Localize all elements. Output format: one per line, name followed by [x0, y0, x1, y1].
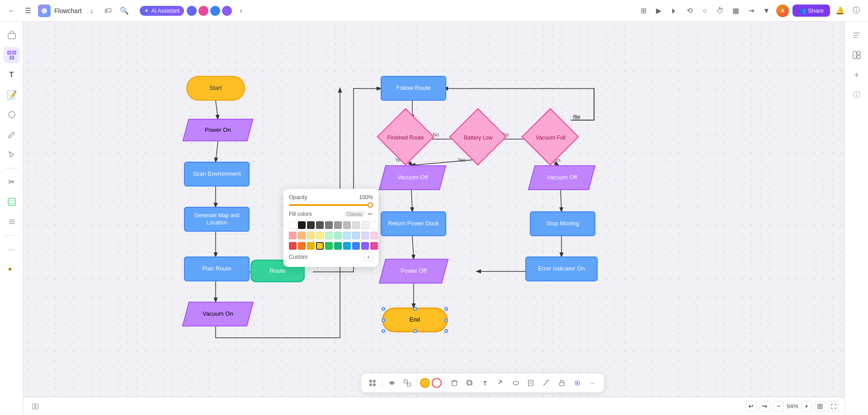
sidebar-diagram-icon[interactable]: [4, 47, 20, 63]
more-icon[interactable]: ▼: [760, 5, 773, 17]
back-button[interactable]: ←: [5, 5, 18, 17]
swatch-light-sky[interactable]: [343, 232, 351, 239]
follow-route-node[interactable]: Follow Route: [381, 76, 446, 101]
timer-icon[interactable]: ⏱: [714, 5, 726, 17]
bt-shape-icon[interactable]: [509, 376, 523, 390]
help-icon[interactable]: ⓘ: [850, 5, 863, 17]
collapse-button[interactable]: ‹: [235, 5, 247, 17]
grid-icon[interactable]: ▦: [729, 5, 742, 17]
animate-icon[interactable]: ⟲: [683, 5, 696, 17]
stop-moving-node[interactable]: Stop Moving: [530, 211, 595, 236]
swatch-lightgray[interactable]: [361, 221, 369, 229]
expand-icon[interactable]: ⊞: [637, 5, 650, 17]
bt-duplicate-icon[interactable]: [463, 376, 476, 390]
vacuum-off-2-node[interactable]: Vacuum Off: [528, 165, 596, 190]
swatch-red[interactable]: [289, 242, 297, 250]
bt-text-icon[interactable]: T: [478, 376, 492, 390]
notification-icon[interactable]: 🔔: [834, 5, 846, 17]
ai-assistant-button[interactable]: ✦ AI Assistant: [140, 6, 184, 16]
swatch-gray3[interactable]: [334, 221, 342, 229]
handle-tm[interactable]: [413, 307, 417, 311]
bottom-pages-icon[interactable]: [29, 400, 42, 413]
swatch-light-pink[interactable]: [370, 232, 378, 239]
right-format-icon[interactable]: [849, 27, 865, 43]
opacity-thumb[interactable]: [368, 202, 373, 208]
swatch-amber[interactable]: [307, 242, 315, 250]
swatch-gray2[interactable]: [325, 221, 333, 229]
undo-button[interactable]: ↩: [746, 401, 757, 412]
bt-link-icon[interactable]: [494, 376, 507, 390]
power-on-node[interactable]: Power On: [182, 119, 253, 141]
sidebar-table-icon[interactable]: [4, 194, 20, 210]
branch-icon[interactable]: ⇥: [745, 5, 757, 17]
sidebar-shape-icon[interactable]: [4, 107, 20, 123]
swatch-darkgray[interactable]: [307, 221, 315, 229]
sidebar-scissors-icon[interactable]: ✂: [4, 174, 20, 190]
bt-red-circle[interactable]: [432, 378, 442, 388]
handle-br[interactable]: [444, 329, 448, 333]
swatch-light-orange[interactable]: [298, 232, 306, 239]
swatch-transparent[interactable]: [289, 221, 297, 229]
bt-flow-icon[interactable]: [540, 376, 553, 390]
sidebar-more-icon[interactable]: ···: [4, 241, 20, 257]
swatch-gray1[interactable]: [316, 221, 324, 229]
play-icon[interactable]: ▶: [652, 5, 665, 17]
swatch-yellow[interactable]: [316, 242, 324, 250]
swatch-light-blue[interactable]: [352, 232, 360, 239]
scan-env-node[interactable]: Scan Envrionment: [184, 162, 250, 187]
bt-group-icon[interactable]: [401, 376, 414, 390]
sidebar-home-icon[interactable]: [4, 27, 20, 43]
right-layout-icon[interactable]: [849, 47, 865, 63]
error-indicator-node[interactable]: Error Indicator On: [525, 256, 598, 281]
handle-tl[interactable]: [382, 307, 385, 311]
sidebar-pen-icon[interactable]: [4, 126, 20, 143]
swatch-green[interactable]: [325, 242, 333, 250]
swatch-gray4[interactable]: [343, 221, 351, 229]
zoom-out-button[interactable]: −: [773, 401, 784, 412]
circle-icon[interactable]: ○: [698, 5, 711, 17]
zoom-in-button[interactable]: +: [801, 401, 812, 412]
return-dock-node[interactable]: Return Power Dock: [381, 211, 446, 236]
download-button[interactable]: ↓: [85, 5, 98, 17]
handle-mr[interactable]: [444, 318, 448, 322]
fullscreen-button[interactable]: [828, 401, 839, 412]
redo-button[interactable]: ↪: [760, 401, 770, 412]
handle-bl[interactable]: [382, 329, 385, 333]
power-off-node[interactable]: Power Off: [379, 259, 449, 284]
swatch-blue[interactable]: [352, 242, 360, 250]
menu-button[interactable]: ☰: [22, 5, 34, 17]
opacity-slider[interactable]: [289, 204, 373, 206]
start-node[interactable]: Start: [186, 76, 245, 101]
swatch-light-red[interactable]: [289, 232, 297, 239]
handle-bm[interactable]: [413, 329, 417, 333]
bt-yellow-circle[interactable]: [420, 378, 430, 388]
handle-ml[interactable]: [382, 318, 385, 322]
end-node[interactable]: End: [382, 308, 448, 332]
right-info-icon[interactable]: ⓘ: [849, 87, 865, 103]
sidebar-brush-icon[interactable]: [4, 146, 20, 163]
user-avatar-main[interactable]: A: [776, 5, 789, 17]
swatch-light-green[interactable]: [325, 232, 333, 239]
search-button[interactable]: 🔍: [118, 5, 131, 17]
swatch-sky[interactable]: [343, 242, 351, 250]
bt-note-icon[interactable]: [524, 376, 538, 390]
plan-route-node[interactable]: Plan Route: [184, 256, 250, 281]
sidebar-text-icon[interactable]: T: [4, 67, 20, 83]
bt-align-icon[interactable]: [385, 376, 399, 390]
edit-colors-icon[interactable]: ✏: [368, 210, 373, 218]
swatch-orange[interactable]: [298, 242, 306, 250]
fit-page-button[interactable]: [815, 401, 826, 412]
swatch-teal[interactable]: [334, 242, 342, 250]
canvas[interactable]: Yes No Yes No No Yes: [24, 22, 844, 415]
swatch-gray5[interactable]: [352, 221, 360, 229]
swatch-light-amber[interactable]: [307, 232, 315, 239]
tag-button[interactable]: 🏷: [102, 5, 114, 17]
bt-more-icon[interactable]: ···: [586, 376, 599, 390]
bt-grid-icon[interactable]: [366, 376, 379, 390]
gen-map-node[interactable]: Generate Map and Location: [184, 207, 250, 232]
bt-delete-icon[interactable]: [448, 376, 461, 390]
swatch-light-purple[interactable]: [361, 232, 369, 239]
share-button[interactable]: 👥 Share: [793, 5, 830, 17]
swatch-light-yellow[interactable]: [316, 232, 324, 239]
vacuum-on-node[interactable]: Vacuum On: [182, 302, 254, 326]
